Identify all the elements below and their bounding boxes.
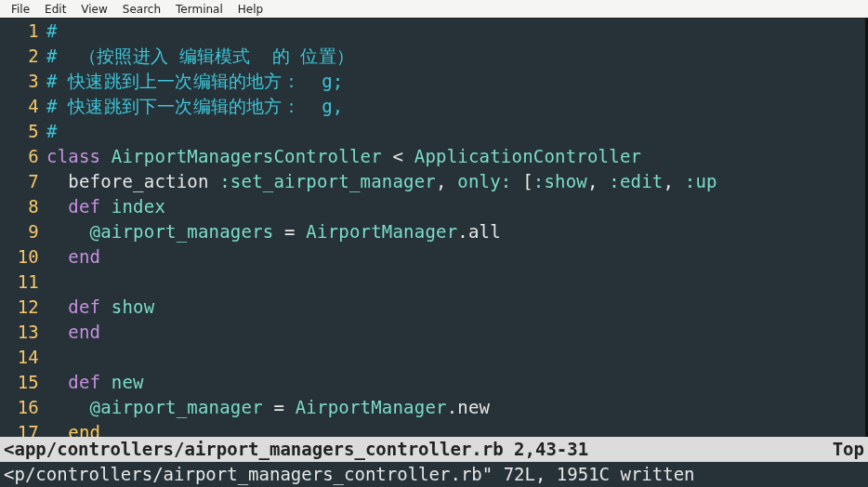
code-line[interactable]: 5#: [0, 119, 868, 144]
code-line[interactable]: 6class AirportManagersController < Appli…: [0, 144, 868, 169]
token: [100, 196, 112, 217]
menu-item-terminal[interactable]: Terminal: [168, 3, 230, 16]
menu-item-search[interactable]: Search: [115, 3, 168, 16]
token: [46, 322, 68, 342]
token: [46, 397, 90, 417]
menubar: FileEditViewSearchTerminalHelp: [0, 0, 868, 19]
token: ,: [587, 171, 609, 191]
token: #: [46, 20, 58, 41]
token: [: [512, 171, 533, 191]
code-content[interactable]: def new: [46, 370, 144, 395]
token: end: [68, 322, 100, 342]
token: :up: [685, 171, 717, 191]
menu-item-view[interactable]: View: [73, 3, 114, 16]
token: [46, 372, 68, 392]
token: # 快速跳到上一次编辑的地方： g;: [46, 71, 343, 91]
token: AirportManagersController: [112, 146, 382, 166]
token: [100, 146, 112, 166]
line-number: 16: [0, 395, 46, 420]
token: <: [382, 146, 414, 166]
code-content[interactable]: before_action :set_airport_manager, only…: [46, 169, 717, 194]
code-content[interactable]: #: [46, 119, 58, 144]
code-content[interactable]: # 快速跳到下一次编辑的地方： g,: [46, 94, 343, 119]
token: [46, 221, 90, 242]
line-number: 17: [0, 420, 46, 437]
token: # 快速跳到下一次编辑的地方： g,: [46, 96, 343, 116]
code-content[interactable]: @airport_managers = AirportManager.all: [46, 219, 501, 244]
token: new: [112, 372, 144, 392]
token: @airport_managers: [90, 221, 274, 242]
code-content[interactable]: # 快速跳到上一次编辑的地方： g;: [46, 69, 343, 94]
code-line[interactable]: 7 before_action :set_airport_manager, on…: [0, 169, 868, 194]
code-line[interactable]: 1#: [0, 19, 868, 44]
token: show: [112, 296, 155, 317]
line-number: 11: [0, 270, 46, 295]
code-content[interactable]: #: [46, 19, 58, 44]
token: =: [263, 397, 296, 417]
line-number: 10: [0, 244, 46, 270]
line-number: 4: [0, 94, 46, 119]
code-content[interactable]: end: [46, 320, 100, 345]
token: # （按照进入 编辑模式 的 位置）: [46, 46, 354, 66]
status-line-1: <app/controllers/airport_managers_contro…: [0, 437, 868, 462]
code-line[interactable]: 13 end: [0, 320, 868, 345]
editor-area[interactable]: 1#2# （按照进入 编辑模式 的 位置）3# 快速跳到上一次编辑的地方： g;…: [0, 19, 868, 437]
token: def: [68, 296, 100, 317]
token: [100, 296, 112, 317]
token: before_action: [46, 171, 219, 191]
token: ApplicationController: [414, 146, 641, 166]
line-number: 3: [0, 69, 46, 94]
code-content[interactable]: end: [46, 420, 100, 437]
code-content[interactable]: end: [46, 244, 100, 270]
code-line[interactable]: 8 def index: [0, 194, 868, 219]
token: def: [68, 196, 100, 217]
status-line-2: <p/controllers/airport_managers_controll…: [0, 462, 868, 487]
line-number: 2: [0, 44, 46, 69]
code-line[interactable]: 2# （按照进入 编辑模式 的 位置）: [0, 44, 868, 69]
token: only:: [457, 171, 511, 191]
token: @airport_manager: [90, 397, 263, 417]
line-number: 7: [0, 169, 46, 194]
code-line[interactable]: 11: [0, 270, 868, 295]
token: #: [46, 121, 58, 141]
code-line[interactable]: 4# 快速跳到下一次编辑的地方： g,: [0, 94, 868, 119]
code-line[interactable]: 10 end: [0, 244, 868, 270]
line-number: 5: [0, 119, 46, 144]
code-content[interactable]: def index: [46, 194, 165, 219]
code-content[interactable]: def show: [46, 295, 154, 320]
status-right: Top: [833, 437, 864, 462]
token: def: [68, 372, 100, 392]
line-number: 12: [0, 295, 46, 320]
code-content[interactable]: class AirportManagersController < Applic…: [46, 144, 641, 169]
token: :show: [533, 171, 587, 191]
code-line[interactable]: 9 @airport_managers = AirportManager.all: [0, 219, 868, 244]
code-line[interactable]: 16 @airport_manager = AirportManager.new: [0, 395, 868, 420]
line-number: 14: [0, 345, 46, 370]
token: end: [68, 246, 100, 267]
token: =: [273, 221, 306, 242]
line-number: 15: [0, 370, 46, 395]
token: :set_airport_manager: [219, 171, 436, 191]
menu-item-help[interactable]: Help: [230, 3, 270, 16]
token: [46, 422, 68, 437]
line-number: 1: [0, 19, 46, 44]
token: [46, 246, 68, 267]
menu-item-file[interactable]: File: [4, 3, 37, 16]
token: ,: [436, 171, 457, 191]
token: index: [112, 196, 165, 217]
code-line[interactable]: 15 def new: [0, 370, 868, 395]
token: end: [68, 422, 100, 437]
code-line[interactable]: 17 end: [0, 420, 868, 437]
code-content[interactable]: @airport_manager = AirportManager.new: [46, 395, 490, 420]
token: ,: [663, 171, 684, 191]
token: .new: [447, 397, 491, 417]
code-line[interactable]: 3# 快速跳到上一次编辑的地方： g;: [0, 69, 868, 94]
menu-item-edit[interactable]: Edit: [37, 3, 73, 16]
code-content[interactable]: # （按照进入 编辑模式 的 位置）: [46, 44, 354, 69]
token: [100, 372, 112, 392]
token: .all: [457, 221, 501, 242]
token: [46, 296, 68, 317]
code-line[interactable]: 14: [0, 345, 868, 370]
code-line[interactable]: 12 def show: [0, 295, 868, 320]
token: AirportManager: [296, 397, 447, 417]
